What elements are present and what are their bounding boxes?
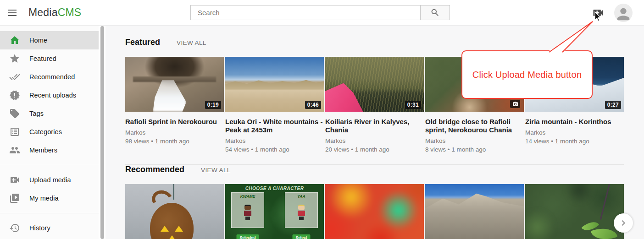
upload-media-button[interactable] [591,6,605,19]
search-input[interactable] [190,5,420,20]
character-panel: KWAMESelected [231,192,264,228]
sidebar-item-members[interactable]: Members [0,141,99,159]
logo[interactable]: MediaCMS [28,6,81,19]
character-select-button: Selected [237,234,259,239]
view-all-button[interactable]: VIEW ALL [201,167,231,174]
section-header: FeaturedVIEW ALL [125,38,644,48]
tag-icon [9,108,20,119]
video-thumbnail[interactable]: CHOOSE A CHARACTERKWAMESelectedYAASelect [225,184,324,239]
section-title: Recommended [125,165,184,174]
tutorial-callout: Click Upload Media button [461,50,593,99]
waterfall-shape [153,80,186,112]
character-select-button: Select [292,234,310,239]
video-call-icon [9,174,20,185]
duration-badge: 0:19 [205,101,221,109]
sidebar-item-label: Featured [29,55,56,62]
media-author[interactable]: Markos [425,137,524,145]
view-all-button[interactable]: VIEW ALL [177,39,206,46]
categories-icon [9,126,20,137]
search-icon [430,8,440,17]
duration-badge: 0:31 [405,101,421,109]
video-thumbnail[interactable] [125,184,224,239]
sidebar-item-my-media[interactable]: My media [0,189,99,207]
video-library-icon [9,193,20,204]
sidebar-item-recent-uploads[interactable]: Recent uploads [0,86,99,104]
sidebar-item-categories[interactable]: Categories [0,123,99,141]
sidebar-item-featured[interactable]: Featured [0,49,99,68]
logo-text-dark: Media [28,6,58,18]
history-icon [9,223,20,234]
tutorial-callout-text: Click Upload Media button [472,70,582,80]
media-card[interactable]: 0:31Koiliaris River in Kalyves, ChaniaMa… [325,57,424,153]
video-thumbnail[interactable] [425,184,524,239]
new-releases-icon [9,90,20,101]
media-meta: 54 views • 1 month ago [225,146,324,153]
sidebar-item-history[interactable]: History [0,219,99,237]
media-meta: 98 views • 1 month ago [125,137,224,145]
sidebar-scrollbar[interactable] [100,26,104,239]
sprite-legs [245,217,250,220]
cards-row: CHOOSE A CHARACTERKWAMESelectedYAASelect [125,184,644,239]
video-thumbnail[interactable]: 0:31 [325,57,424,112]
sprite-head [244,205,251,210]
star-icon [9,53,20,64]
media-card[interactable] [525,184,624,239]
sidebar: HomeFeaturedRecommendedRecent uploadsTag… [0,26,99,239]
home-icon [9,35,20,46]
sidebar-item-home[interactable]: Home [0,31,99,49]
sidebar-item-upload-media[interactable]: Upload media [0,171,99,189]
video-call-icon [592,6,605,19]
video-thumbnail[interactable] [325,184,424,239]
media-author[interactable]: Markos [525,129,624,136]
media-title[interactable]: Koiliaris River in Kalyves, Chania [325,118,424,134]
character-name: KWAME [232,194,264,199]
rocky-ridge [425,190,524,239]
section-title: Featured [125,38,160,47]
game-title-text: CHOOSE A CHARACTER [225,186,324,191]
media-card[interactable]: 0:19Rafioli Sprint in NerokourouMarkos98… [125,57,224,153]
camera-icon [512,101,518,107]
media-card[interactable] [125,184,224,239]
top-bar: MediaCMS [0,0,644,26]
pink-kayak-shape [325,83,386,112]
character-name: YAA [285,194,317,199]
media-author[interactable]: Markos [225,137,324,145]
hanging-string [173,184,174,200]
media-author[interactable]: Markos [325,137,424,145]
carousel-next-button[interactable] [614,213,633,233]
media-card[interactable] [425,184,524,239]
search-button[interactable] [420,5,450,20]
color-blobs [325,184,424,239]
sidebar-group: History [0,213,99,239]
avatar[interactable] [614,4,633,22]
media-card[interactable]: 0:46Leuka Ori - White mountains - Peak a… [225,57,324,153]
pumpkin-eye [175,226,183,232]
done-all-icon [9,71,20,82]
media-meta: 20 views • 1 month ago [325,146,424,153]
video-thumbnail[interactable]: 0:46 [225,57,324,112]
sidebar-item-recommended[interactable]: Recommended [0,68,99,86]
media-card[interactable]: CHOOSE A CHARACTERKWAMESelectedYAASelect [225,184,324,239]
duration-badge: 0:27 [605,101,621,109]
sidebar-item-label: Home [29,37,47,44]
photo-badge [510,100,520,108]
section-header: RecommendedVIEW ALL [125,165,644,175]
hamburger-icon [6,10,18,16]
video-thumbnail[interactable]: 0:19 [125,57,224,112]
sidebar-item-label: Recommended [29,73,75,81]
media-title[interactable]: Old bridge close to Rafioli sprint, Nero… [425,118,524,134]
sidebar-item-label: Upload media [29,176,71,184]
media-title[interactable]: Rafioli Sprint in Nerokourou [125,118,224,126]
menu-button[interactable] [6,7,18,19]
media-meta: 8 views • 1 month ago [425,146,524,153]
media-author[interactable]: Markos [125,129,224,136]
media-title[interactable]: Ziria mountain - Korinthos [525,118,624,126]
media-title[interactable]: Leuka Ori - White mountains - Peak at 24… [225,118,324,134]
logo-text-accent: CMS [58,6,82,18]
pumpkin-body [150,203,194,239]
sidebar-item-label: History [29,224,50,232]
sidebar-item-tags[interactable]: Tags [0,104,99,123]
media-card[interactable] [325,184,424,239]
video-thumbnail[interactable] [525,184,624,239]
chevron-right-icon [618,217,629,228]
